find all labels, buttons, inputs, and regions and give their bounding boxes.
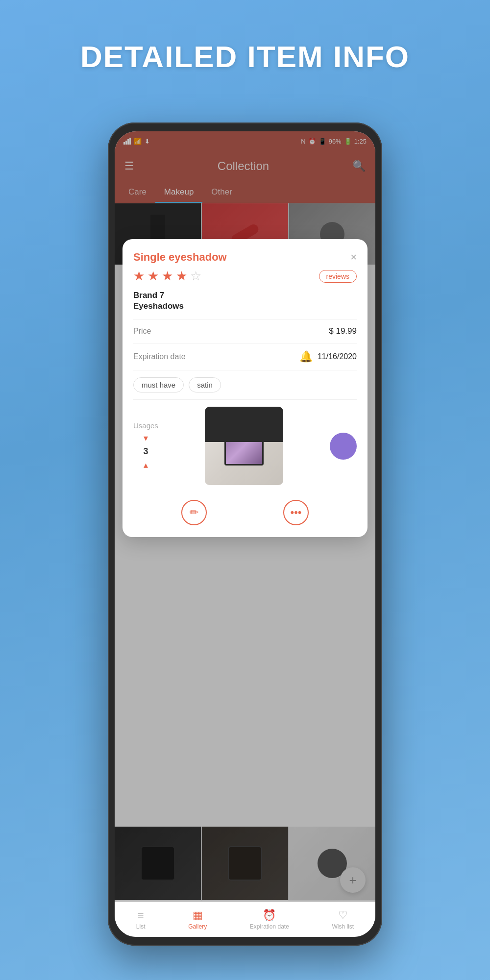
category-name: Eyeshadows: [133, 301, 357, 311]
brand-name: Brand 7: [133, 291, 357, 300]
expiry-date: 11/16/2020: [318, 352, 357, 361]
list-icon: ≡: [138, 909, 144, 922]
star-5[interactable]: ☆: [190, 269, 201, 284]
star-1[interactable]: ★: [133, 269, 145, 284]
wishlist-icon: ♡: [338, 909, 348, 922]
star-rating: ★ ★ ★ ★ ☆: [133, 269, 201, 284]
edit-button[interactable]: ✏: [181, 500, 207, 525]
reviews-button[interactable]: reviews: [319, 270, 357, 283]
nav-label-list: List: [136, 923, 146, 930]
star-3[interactable]: ★: [162, 269, 173, 284]
product-image[interactable]: [205, 407, 283, 485]
usages-label: Usages: [133, 421, 158, 430]
bottom-nav: ≡ List ▦ Gallery ⏰ Expiration date ♡ Wis…: [115, 902, 375, 937]
nav-label-expiration: Expiration date: [250, 923, 289, 930]
more-icon: •••: [290, 506, 301, 519]
item-detail-modal: Single eyeshadow × ★ ★ ★ ★ ☆ reviews Bra…: [122, 239, 368, 537]
nav-item-wishlist[interactable]: ♡ Wish list: [326, 906, 360, 933]
tag-must-have[interactable]: must have: [133, 377, 184, 392]
expiry-right: 🔔 11/16/2020: [299, 350, 357, 363]
arrow-down[interactable]: ▾: [144, 433, 148, 443]
nav-label-wishlist: Wish list: [332, 923, 354, 930]
usages-control: Usages ▾ 3 ▴: [133, 421, 158, 470]
usages-image-row: Usages ▾ 3 ▴: [133, 399, 357, 492]
arrow-up[interactable]: ▴: [144, 460, 148, 470]
expiry-row: Expiration date 🔔 11/16/2020: [133, 343, 357, 370]
modal-header: Single eyeshadow ×: [133, 251, 357, 264]
action-buttons-row: ✏ •••: [133, 492, 357, 527]
price-row: Price $ 19.99: [133, 319, 357, 343]
page-title: DETAILED ITEM INFO: [0, 0, 490, 74]
price-value: $ 19.99: [329, 326, 357, 336]
bell-icon[interactable]: 🔔: [299, 350, 313, 363]
edit-icon: ✏: [190, 506, 198, 519]
expiration-icon: ⏰: [263, 909, 276, 922]
nav-label-gallery: Gallery: [188, 923, 207, 930]
phone-frame: 📶 ⬇ N ⏰ 📱 96% 🔋 1:25 ☰ Collection 🔍 Care: [108, 122, 382, 946]
tags-row: must have satin: [133, 370, 357, 399]
color-swatch[interactable]: [330, 433, 357, 460]
more-options-button[interactable]: •••: [283, 500, 309, 525]
tag-satin[interactable]: satin: [189, 377, 221, 392]
phone-screen: 📶 ⬇ N ⏰ 📱 96% 🔋 1:25 ☰ Collection 🔍 Care: [115, 131, 375, 937]
nav-item-list[interactable]: ≡ List: [130, 906, 151, 933]
nav-item-expiration[interactable]: ⏰ Expiration date: [244, 906, 295, 933]
nav-item-gallery[interactable]: ▦ Gallery: [182, 906, 213, 933]
gallery-icon: ▦: [193, 909, 203, 922]
modal-title: Single eyeshadow: [133, 251, 227, 264]
close-button[interactable]: ×: [350, 251, 357, 264]
usages-value: 3: [143, 446, 148, 457]
star-2[interactable]: ★: [147, 269, 159, 284]
star-4[interactable]: ★: [176, 269, 187, 284]
price-label: Price: [133, 327, 151, 336]
stars-reviews-row: ★ ★ ★ ★ ☆ reviews: [133, 269, 357, 284]
expiry-label: Expiration date: [133, 352, 186, 361]
